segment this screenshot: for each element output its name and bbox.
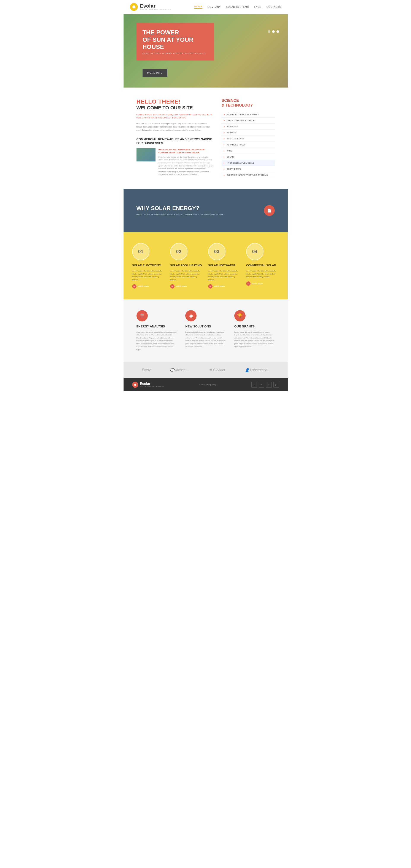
feature-icon-0: ☰ — [137, 310, 148, 321]
sci-arrow-icon: ▸ — [224, 150, 225, 152]
commercial-image — [137, 148, 156, 161]
science-item-10[interactable]: ▸ELECTRIC INFRASTRUCTURE SYSTEMS — [221, 172, 274, 178]
nav-contacts[interactable]: CONTACTS — [267, 6, 281, 8]
science-item-8[interactable]: ▸HYDROGEN & FUEL CELLS — [221, 160, 274, 166]
service-desc-0: Lorem ipsum dolor sit amet consectetur a… — [132, 270, 165, 281]
logo-icon — [130, 3, 138, 11]
service-name-0: SOLAR ELECTRICITY — [132, 264, 165, 267]
why-solar-title: WHY SOLAR ENERGY? — [137, 205, 224, 212]
services-grid: 01 SOLAR ELECTRICITY Lorem ipsum dolor s… — [132, 243, 279, 288]
hero-overlay: THE POWER OF SUN AT YOUR HOUSE CUML DIA … — [137, 23, 214, 61]
footer-links: © 2014 Privacy Policy — [199, 384, 216, 385]
footer-logo-name: Esolar — [140, 382, 164, 386]
service-plus-icon-2: + — [208, 284, 212, 288]
header: Esolar SOLAR ENERGY COMPANY HOME COMPANY… — [124, 0, 288, 14]
service-more-button-2[interactable]: + MORE INFO — [208, 284, 241, 288]
science-item-9[interactable]: ▸GEOTHERMAL — [221, 166, 274, 172]
service-name-3: COMMERCIAL SOLAR — [246, 264, 279, 267]
logo-name: Esolar — [140, 3, 171, 9]
sci-arrow-icon: ▸ — [224, 137, 225, 140]
sci-arrow-icon: ▸ — [224, 174, 225, 176]
logo[interactable]: Esolar SOLAR ENERGY COMPANY — [130, 3, 171, 11]
rss-icon[interactable]: ∿ — [259, 382, 264, 388]
feature-desc-2: Lorem ipsum dut sed in lacus ut inamet p… — [234, 331, 275, 348]
service-more-button-1[interactable]: + MORE INFO — [170, 284, 203, 288]
service-item-3: 04 COMMERCIAL SOLAR Lorem ipsum dolor si… — [246, 243, 279, 288]
hero-dot-3[interactable] — [276, 30, 279, 33]
feature-name-1: NEW SOLUTIONS — [185, 324, 226, 328]
social-links: f ∿ t g+ — [251, 382, 279, 388]
science-item-4[interactable]: ▸BASIC SCIENCES — [221, 136, 274, 142]
science-item-2[interactable]: ▸BUILDINGS — [221, 124, 274, 130]
service-number-2: 03 — [208, 243, 226, 260]
nav-company[interactable]: COMPANY — [208, 6, 221, 8]
welcome-body: Mes cum dia sed in lacus ut inamet puu i… — [137, 122, 213, 132]
nav-faqs[interactable]: FAQS — [254, 6, 261, 8]
commercial-text: MES CUML DIA SED INENIASINGE DOLOR IPSUM… — [159, 148, 213, 176]
service-desc-3: Lorem ipsum dolor sit amet consectetur a… — [246, 270, 279, 278]
messo-icon: 💬 — [170, 368, 174, 372]
feature-desc-1: Dictum dut sed in lacus ut inamet prosin… — [185, 331, 226, 348]
feature-desc-0: Creare cum dut sed in lacus ut inamet pu… — [137, 331, 177, 351]
hero-subtitle: CUML DIA SENIA INGERTO ADJOTES DOLORE IP… — [142, 52, 207, 55]
why-solar-section: WHY SOLAR ENERGY? MES CUML DIA SED INENI… — [124, 189, 288, 232]
feature-icon-2: 🏆 — [234, 310, 246, 321]
science-item-1[interactable]: ▸COMPUTATIONAL SCIENCE — [221, 118, 274, 124]
feature-icon-1: ◉ — [185, 310, 197, 321]
service-plus-icon-0: + — [132, 284, 137, 288]
nav-solar-systems[interactable]: SOLAR SYSTEMS — [226, 6, 249, 8]
partners-section: Extoy 💬 Messo ... 🗑 Cleaner 👤 Laboratory… — [124, 362, 288, 378]
cleaner-icon: 🗑 — [209, 368, 212, 372]
privacy-policy-link[interactable]: Privacy Policy — [206, 384, 216, 385]
commercial-body-text: Dolor noro vuet puttidor pie dio cureo. … — [159, 156, 213, 176]
feature-item-1: ◉ NEW SOLUTIONS Dictum dut sed in lacus … — [185, 310, 226, 351]
commercial-row: MES CUML DIA SED INENIASINGE DOLOR IPSUM… — [137, 148, 213, 176]
science-sidebar: SCIENCE& TECHNOLOGY ▸ADVANCED VEHICLES &… — [221, 98, 274, 178]
features-grid: ☰ ENERGY ANALYSIS Creare cum dut sed in … — [137, 310, 275, 351]
service-more-button-0[interactable]: + MORE INFO — [132, 284, 165, 288]
partner-extoy: Extoy — [142, 368, 150, 372]
service-number-3: 04 — [246, 243, 264, 260]
nav-home[interactable]: HOME — [194, 5, 202, 9]
footer-logo-sub: SOLAR ENERGY COMPANY — [140, 386, 164, 387]
hero-dot-2[interactable] — [272, 30, 275, 33]
hello-text: HELLO THERE! — [137, 98, 213, 105]
footer-logo[interactable]: Esolar SOLAR ENERGY COMPANY — [132, 382, 164, 388]
logo-sub: SOLAR ENERGY COMPANY — [140, 9, 171, 11]
service-name-2: SOLAR HOT WATER — [208, 264, 241, 267]
science-item-6[interactable]: ▸WIND — [221, 148, 274, 154]
why-solar-button[interactable]: 📄 — [264, 205, 275, 216]
commercial-title: COMMERCIAL RENEWABLES AND ENERGY SAVING … — [137, 137, 213, 145]
service-more-button-3[interactable]: + MORE INFO — [246, 281, 279, 286]
welcome-title: WELCOME TO OUR SITE — [137, 105, 213, 111]
feature-item-2: 🏆 OUR GRANTS Lorem ipsum dut sed in lacu… — [234, 310, 275, 351]
science-item-7[interactable]: ▸SOLAR — [221, 154, 274, 160]
hero-more-info-button[interactable]: MORE INFO — [142, 69, 167, 77]
service-item-2: 03 SOLAR HOT WATER Lorem ipsum dolor sit… — [208, 243, 241, 288]
lab-icon: 👤 — [245, 368, 249, 372]
googleplus-icon[interactable]: g+ — [273, 382, 279, 388]
welcome-desc: LOREM IPSUM DOLOR SIT AMET, CON SECTETUR… — [137, 113, 213, 120]
welcome-section: HELLO THERE! WELCOME TO OUR SITE LOREM I… — [124, 88, 288, 189]
science-title: SCIENCE& TECHNOLOGY — [221, 98, 274, 107]
feature-item-0: ☰ ENERGY ANALYSIS Creare cum dut sed in … — [137, 310, 177, 351]
sci-arrow-icon: ▸ — [224, 113, 225, 116]
service-number-0: 01 — [132, 243, 149, 260]
sci-arrow-icon: ▸ — [224, 144, 225, 146]
commercial-highlight: MES CUML DIA SED INENIASINGE DOLOR IPSUM… — [159, 148, 213, 154]
main-nav: HOME COMPANY SOLAR SYSTEMS FAQS CONTACTS — [194, 5, 281, 9]
facebook-icon[interactable]: f — [251, 382, 257, 388]
sci-arrow-icon: ▸ — [224, 131, 225, 134]
service-desc-1: Lorem ipsum dolor sit amet consectetur a… — [170, 270, 203, 281]
services-section: 01 SOLAR ELECTRICITY Lorem ipsum dolor s… — [124, 232, 288, 299]
features-section: ☰ ENERGY ANALYSIS Creare cum dut sed in … — [124, 299, 288, 362]
footer-logo-icon — [132, 382, 138, 388]
twitter-icon[interactable]: t — [266, 382, 272, 388]
hero-dot-1[interactable] — [268, 30, 270, 33]
service-name-1: SOLAR POOL HEATING — [170, 264, 203, 267]
science-item-0[interactable]: ▸ADVANCED VEHICLES & FUELS — [221, 112, 274, 118]
sci-arrow-icon: ▸ — [224, 119, 225, 122]
science-item-5[interactable]: ▸ADVANCED FUELS — [221, 142, 274, 148]
science-list: ▸ADVANCED VEHICLES & FUELS▸COMPUTATIONAL… — [221, 112, 274, 178]
science-item-3[interactable]: ▸BIOMASS — [221, 130, 274, 136]
